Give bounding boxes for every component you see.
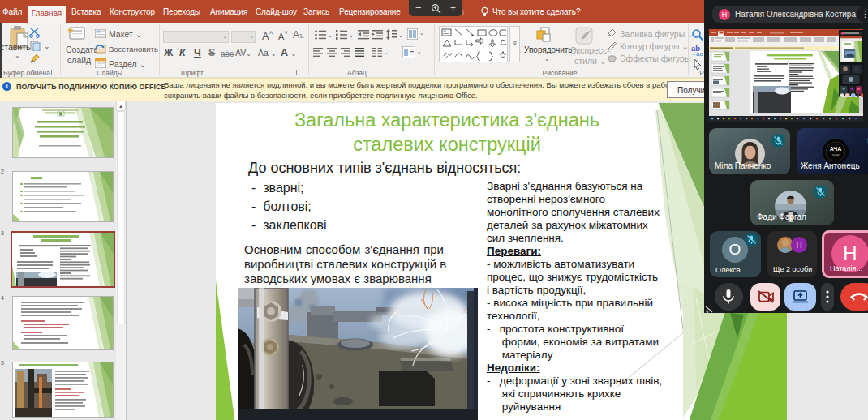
svg-text:П: П xyxy=(796,241,801,250)
svg-text:ТЕАМ: ТЕАМ xyxy=(832,154,840,157)
svg-text:АЧА: АЧА xyxy=(830,146,842,152)
